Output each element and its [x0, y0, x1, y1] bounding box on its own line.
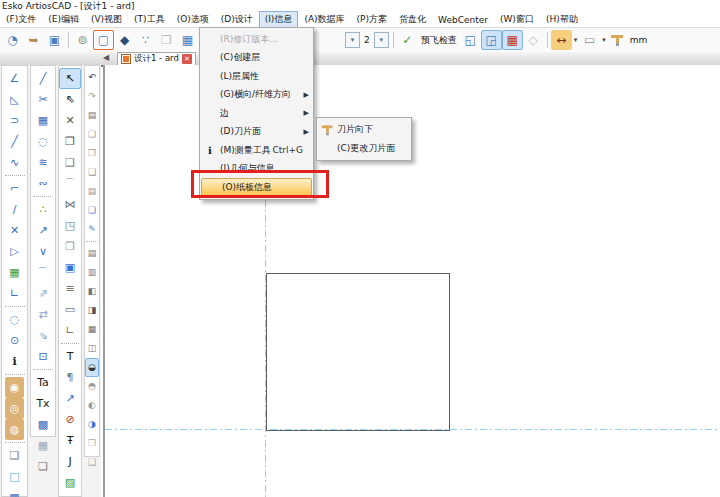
page-tool[interactable]: ❏ [31, 456, 55, 477]
board-outline-icon[interactable]: ▭ [579, 30, 600, 50]
ray-fan-tool[interactable]: ≋ [31, 152, 55, 173]
mark-line-tool[interactable]: ∕ [2, 199, 27, 220]
arc-tool[interactable]: ⊃ [2, 110, 27, 131]
info-menu-item-2[interactable]: (C)创建层 [200, 49, 313, 68]
line2-tool[interactable]: ╱ [31, 68, 55, 89]
undo-icon[interactable]: ↶ [85, 68, 100, 87]
circle-tool[interactable]: ◌ [2, 309, 27, 330]
info-menu-item-4[interactable]: (G)横向/纤维方向▶ [200, 86, 313, 105]
radius-tool[interactable]: ⌒ [31, 262, 55, 283]
hatch-grid-tool[interactable]: ▦ [31, 435, 55, 456]
text-tool[interactable]: T [59, 346, 81, 367]
menubar-item-11[interactable]: WebCenter [432, 13, 494, 27]
print-copies-icon[interactable]: ▤ [85, 182, 100, 201]
doc-close-icon[interactable]: ❑ [85, 163, 100, 182]
doc-new-icon[interactable]: ❏ [85, 201, 100, 220]
image-down-icon[interactable]: ◧ [85, 282, 100, 301]
hole-tool[interactable]: ◉ [5, 377, 25, 398]
corner-square-tool[interactable]: ◳ [59, 215, 81, 236]
chevron-tool[interactable]: ▷ [2, 241, 27, 262]
hatch-fill-tool[interactable]: ▨ [59, 472, 81, 493]
sphere-3d-tool[interactable]: ▣ [59, 257, 81, 278]
image-up-icon[interactable]: ▥ [85, 263, 100, 282]
bleed-box-tool[interactable]: □ [2, 466, 27, 487]
italic-text-tool[interactable]: J [59, 451, 81, 472]
image-move-icon[interactable]: ▦ [85, 320, 100, 339]
design-rectangle[interactable] [266, 273, 450, 431]
copy-dashed-tool[interactable]: ⇄ [31, 304, 55, 325]
blade-down-icon[interactable] [610, 33, 625, 47]
menubar-item-3[interactable]: (V)视图 [85, 11, 128, 28]
info-menu-item-3[interactable]: (L)层属性 [200, 67, 313, 86]
convert-3d-icon[interactable]: ◆ [114, 30, 135, 50]
text-block-tool[interactable]: Tx [31, 393, 55, 414]
delete-tool[interactable]: ✕ [59, 110, 81, 131]
polyline-tool[interactable]: ∟ [59, 320, 81, 341]
hole-oval-tool[interactable]: ◎ [5, 398, 25, 419]
design-checks-icon[interactable]: ▦ [502, 30, 523, 50]
print-icon[interactable]: ▤ [85, 106, 100, 125]
rect-tool[interactable]: ▭ [59, 299, 81, 320]
fit-view-icon[interactable]: ◇ [523, 30, 544, 50]
corner-tool[interactable]: ⌐ [2, 178, 27, 199]
overlap-icon[interactable]: ❐ [85, 434, 100, 453]
move-dashed-tool[interactable]: ⇗ [31, 283, 55, 304]
scale-dropdown[interactable]: ▾ [374, 32, 389, 48]
rotate-circle-tool[interactable]: ⊙ [2, 330, 27, 351]
cross-tool[interactable]: ✕ [2, 220, 27, 241]
document-tool[interactable]: ❏ [2, 445, 27, 466]
collaboration-icon[interactable]: ∵ [135, 30, 156, 50]
duplicate-tool[interactable]: ❑ [59, 152, 81, 173]
arrow-annotate-tool[interactable]: ↗ [59, 388, 81, 409]
image-pair-icon[interactable]: ◫ [85, 339, 100, 358]
info-menu-item-7[interactable]: ℹ(M)测量工具Ctrl+G [200, 141, 313, 160]
tab-close-icon[interactable]: ✕ [182, 54, 192, 64]
pencil-tool[interactable]: ✎ [59, 493, 81, 497]
shift-dashed-tool[interactable]: ⇘ [31, 325, 55, 346]
angle-v-tool[interactable]: ∨ [31, 241, 55, 262]
text-dots-tool[interactable]: Ŧ [59, 430, 81, 451]
new-design-icon[interactable]: ◔ [2, 30, 23, 50]
menubar-item-1[interactable]: (F)文件 [0, 11, 42, 28]
menubar-item-7[interactable]: (I)信息 [259, 11, 299, 28]
menubar-item-12[interactable]: (W)窗口 [494, 11, 540, 28]
plotter-output-icon[interactable]: ⊚ [72, 30, 93, 50]
fill-blue-icon[interactable]: ◑ [85, 415, 100, 434]
menubar-item-8[interactable]: (A)数据库 [298, 11, 350, 28]
menubar-item-10[interactable]: 货盘化 [393, 11, 432, 28]
stack-tool[interactable]: ≡ [59, 278, 81, 299]
line-tool[interactable]: ╱ [2, 131, 27, 152]
layout-grid-tool[interactable]: ▦ [2, 487, 27, 497]
resize-arrow-tool[interactable]: ↗ [31, 220, 55, 241]
group-select-tool[interactable]: ⇖ [59, 89, 81, 110]
info-menu-item-6[interactable]: (D)刀片面▶ [200, 123, 313, 142]
center-circle-tool[interactable]: ◌ [31, 131, 55, 152]
redo-icon[interactable]: ↷ [85, 87, 100, 106]
panel-table-tool[interactable]: ▦ [2, 262, 27, 283]
preflight-icon[interactable]: ✓ [397, 30, 418, 50]
table-text-tool[interactable]: Ta [31, 372, 55, 393]
image-add-icon[interactable]: ▤ [85, 244, 100, 263]
fill-bucket-2-icon[interactable]: ◓ [85, 377, 100, 396]
protractor-tool[interactable]: ◺ [2, 89, 27, 110]
export-3d-icon[interactable]: ❒ [156, 30, 177, 50]
open-design-icon[interactable]: ➥ [23, 30, 44, 50]
paragraph-tool[interactable]: ¶ [59, 367, 81, 388]
counters-icon[interactable]: ◱ [460, 30, 481, 50]
doc-add-icon[interactable]: ❐ [85, 144, 100, 163]
save-icon[interactable]: ▣ [44, 30, 65, 50]
fillet-tool[interactable]: ⌒ [59, 173, 81, 194]
dropdown-caret-icon[interactable]: ▾ [602, 36, 606, 44]
s-curve-tool[interactable]: ∾ [31, 173, 55, 194]
select-tool[interactable]: ↖ [59, 68, 81, 89]
doc-remove-icon[interactable]: ❏ [85, 125, 100, 144]
reverse-direction-icon[interactable]: ↔ [551, 30, 572, 50]
scissors-tool[interactable]: ✂ [31, 89, 55, 110]
dropdown-caret-icon[interactable]: ▾ [574, 36, 578, 44]
curve-tool[interactable]: ∿ [2, 152, 27, 173]
doc-edit-icon[interactable]: ✎ [85, 220, 100, 239]
monitor-icon[interactable]: ◨ [85, 301, 100, 320]
blade-submenu-item-2[interactable]: (C)更改刀片面 [317, 139, 411, 158]
table-tool[interactable]: ▦ [31, 110, 55, 131]
move-box-tool[interactable]: ⊡ [31, 346, 55, 367]
